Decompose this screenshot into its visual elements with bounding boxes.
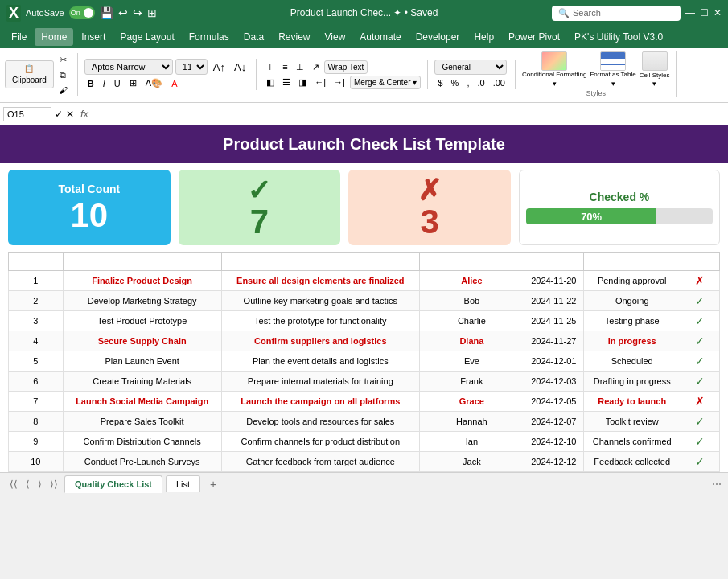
menu-review[interactable]: Review (272, 28, 316, 46)
cell-reference-input[interactable] (3, 107, 51, 121)
increase-decimal-button[interactable]: .00 (490, 76, 508, 89)
paste-icon: 📋 (24, 64, 34, 73)
tab-list[interactable]: List (166, 475, 200, 492)
close-icon[interactable]: ✕ (714, 7, 722, 18)
cell-serial: 7 (9, 392, 64, 412)
table-row: 4 Secure Supply Chain Confirm suppliers … (9, 331, 720, 351)
border-button[interactable]: ⊞ (126, 76, 140, 90)
percentage-card: Checked % 70% (519, 170, 720, 245)
percent-button[interactable]: % (448, 76, 463, 89)
cell-status: ✓ (681, 412, 719, 432)
cell-deadline: 2024-11-25 (524, 311, 583, 331)
sheet-tabs: ⟨⟨ ⟨ ⟩ ⟩⟩ Quality Check List List + ⋯ (0, 472, 728, 495)
menu-view[interactable]: View (319, 28, 352, 46)
cell-status: ✓ (681, 311, 719, 331)
percent-bar-container: 70% (526, 208, 713, 224)
cut-button[interactable]: ✂ (56, 53, 71, 67)
table-icon[interactable]: ⊞ (147, 6, 157, 19)
menu-developer[interactable]: Developer (409, 28, 467, 46)
tab-quality-check-list[interactable]: Quality Check List (64, 475, 162, 493)
right-align-button[interactable]: ◨ (295, 76, 310, 89)
autosave-toggle[interactable]: On (69, 6, 95, 19)
wrap-text-button[interactable]: Wrap Text (324, 60, 368, 74)
menu-help[interactable]: Help (467, 28, 500, 46)
underline-button[interactable]: U (111, 77, 124, 90)
cell-status: ✗ (681, 271, 719, 291)
font-family-select[interactable]: Aptos Narrow (84, 59, 173, 75)
comma-button[interactable]: , (463, 76, 472, 89)
cell-item: Conduct Pre-Launch Surveys (63, 452, 221, 472)
bold-button[interactable]: B (84, 77, 97, 90)
redo-icon[interactable]: ↪ (133, 6, 142, 19)
menu-file[interactable]: File (5, 28, 33, 46)
table-row: 5 Plan Launch Event Plan the event detai… (9, 351, 720, 372)
format-as-table-button[interactable]: ▾ (611, 80, 615, 88)
left-align-button[interactable]: ◧ (263, 76, 278, 89)
increase-indent-button[interactable]: →| (331, 76, 348, 89)
tab-nav-last[interactable]: ⟩⟩ (47, 477, 61, 491)
menu-pk-utility[interactable]: PK's Utility Tool V3.0 (568, 28, 669, 46)
cell-item: Launch Social Media Campaign (63, 392, 221, 412)
menu-page-layout[interactable]: Page Layout (113, 28, 180, 46)
copy-button[interactable]: ⧉ (56, 68, 71, 82)
cell-remarks: Ready to launch (583, 392, 681, 412)
search-label: Search (573, 8, 601, 18)
maximize-icon[interactable]: ☐ (700, 7, 709, 18)
fill-color-button[interactable]: A🎨 (142, 76, 166, 90)
currency-button[interactable]: $ (434, 76, 446, 89)
conditional-formatting-button[interactable]: ▾ (553, 80, 557, 88)
cell-styles-button[interactable]: ▾ (652, 80, 656, 88)
number-format-select[interactable]: General (434, 60, 507, 75)
cell-remarks: Feedback collected (583, 452, 681, 472)
cell-remarks: Drafting in progress (583, 372, 681, 392)
cell-description: Plan the event details and logistics (221, 351, 419, 372)
menu-automate[interactable]: Automate (353, 28, 407, 46)
tab-nav-prev[interactable]: ⟨ (23, 477, 33, 491)
italic-button[interactable]: I (100, 77, 109, 90)
unchecked-card: ✗ 3 (348, 170, 511, 245)
minimize-icon[interactable]: — (685, 7, 695, 18)
font-color-button[interactable]: A (168, 77, 180, 90)
table-row: 1 Finalize Product Design Ensure all des… (9, 271, 720, 291)
add-sheet-button[interactable]: + (204, 476, 223, 492)
center-align-button[interactable]: ☰ (279, 76, 294, 89)
function-check-button[interactable]: ✓ (55, 109, 63, 120)
merge-center-label: Merge & Center (354, 78, 411, 87)
orientation-button[interactable]: ↗ (309, 60, 323, 74)
menu-formulas[interactable]: Formulas (183, 28, 236, 46)
merge-center-button[interactable]: Merge & Center ▾ (350, 76, 422, 89)
undo-icon[interactable]: ↩ (118, 6, 128, 19)
tab-nav-next[interactable]: ⟩ (35, 477, 45, 491)
formula-input[interactable] (95, 108, 725, 121)
increase-font-button[interactable]: A↑ (210, 60, 228, 75)
search-icon: 🔍 (558, 8, 570, 18)
function-cancel-button[interactable]: ✕ (66, 109, 74, 120)
percent-bar: 70% (526, 208, 656, 224)
align-bottom-button[interactable]: ⊥ (293, 60, 307, 74)
menu-power-pivot[interactable]: Power Pivot (502, 28, 566, 46)
cell-description: Ensure all design elements are finalized (221, 271, 419, 291)
paste-button[interactable]: 📋 Clipboard (5, 60, 54, 88)
summary-row: Total Count 10 ✓ 7 ✗ 3 Checked % 70% (0, 163, 728, 252)
decrease-font-button[interactable]: A↓ (231, 60, 249, 75)
alignment-group: ⊤ ≡ ⊥ ↗ Wrap Text ◧ ☰ ◨ ←| →| Merge & Ce… (263, 60, 428, 89)
format-painter-button[interactable]: 🖌 (56, 84, 71, 96)
toggle-on-label: On (71, 9, 80, 17)
decrease-indent-button[interactable]: ←| (311, 76, 329, 89)
decrease-decimal-button[interactable]: .0 (474, 76, 487, 89)
align-middle-button[interactable]: ≡ (279, 60, 290, 74)
save-icon[interactable]: 💾 (100, 6, 113, 19)
menu-data[interactable]: Data (237, 28, 270, 46)
cell-item: Test Product Prototype (63, 311, 221, 331)
cell-deadline: 2024-12-07 (524, 412, 583, 432)
font-size-select[interactable]: 11 (175, 59, 208, 75)
sheet-options-icon[interactable]: ⋯ (712, 478, 722, 490)
autosave-label: AutoSave (26, 8, 64, 18)
tab-nav-first[interactable]: ⟨⟨ (6, 477, 21, 491)
search-box[interactable]: 🔍 Search (552, 6, 681, 21)
menu-home[interactable]: Home (35, 28, 73, 46)
table-row: 8 Prepare Sales Toolkit Develop tools an… (9, 412, 720, 432)
menu-insert[interactable]: Insert (75, 28, 112, 46)
align-top-button[interactable]: ⊤ (263, 60, 278, 74)
wrap-text-label: Wrap Text (328, 63, 364, 72)
